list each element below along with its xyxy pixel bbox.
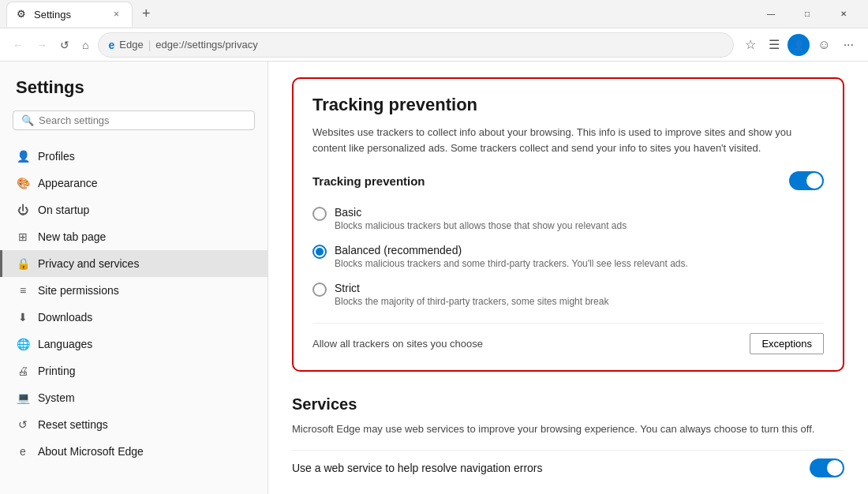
tracking-prevention-card: Tracking prevention Websites use tracker… <box>292 77 844 372</box>
search-box[interactable]: 🔍 <box>13 110 255 130</box>
back-button[interactable]: ← <box>9 36 27 54</box>
about-icon: e <box>16 444 30 458</box>
radio-basic-name: Basic <box>335 206 627 219</box>
address-bar[interactable]: e Edge | edge://settings/privacy <box>98 32 734 58</box>
sidebar-item-profiles[interactable]: 👤Profiles <box>0 143 268 170</box>
sidebar-nav: 👤Profiles🎨Appearance⏻On startup⊞New tab … <box>0 143 268 465</box>
new-tab-icon: ⊞ <box>16 230 30 244</box>
sidebar-item-label-on-startup: On startup <box>38 204 89 216</box>
sidebar-item-about[interactable]: eAbout Microsoft Edge <box>0 438 268 465</box>
sidebar-item-label-system: System <box>38 391 75 404</box>
sidebar-item-appearance[interactable]: 🎨Appearance <box>0 170 268 196</box>
browser-brand: Edge <box>119 39 143 51</box>
maximize-button[interactable]: □ <box>789 2 825 27</box>
home-button[interactable]: ⌂ <box>79 36 92 54</box>
languages-icon: 🌐 <box>16 337 30 351</box>
new-tab-button[interactable]: + <box>136 2 157 25</box>
sidebar-item-site-permissions[interactable]: ≡Site permissions <box>0 277 268 304</box>
radio-balanced-circle <box>312 245 327 259</box>
services-desc: Microsoft Edge may use web services to i… <box>292 421 844 437</box>
radio-strict-desc: Blocks the majority of third-party track… <box>335 296 608 307</box>
tracking-toggle[interactable] <box>789 171 824 190</box>
tab-favicon-icon: ⚙ <box>17 8 29 21</box>
sidebar-item-languages[interactable]: 🌐Languages <box>0 331 268 357</box>
sidebar-item-label-about: About Microsoft Edge <box>38 445 144 458</box>
main-layout: Settings 🔍 👤Profiles🎨Appearance⏻On start… <box>0 62 868 494</box>
url-display: edge://settings/privacy <box>155 39 257 51</box>
radio-basic-circle <box>312 207 327 221</box>
exceptions-button[interactable]: Exceptions <box>750 333 824 354</box>
sidebar-item-label-printing: Printing <box>38 365 75 377</box>
downloads-icon: ⬇ <box>16 310 30 324</box>
collections-button[interactable]: ☰ <box>764 34 784 55</box>
sidebar-item-printing[interactable]: 🖨Printing <box>0 357 268 384</box>
web-service-label: Use a web service to help resolve naviga… <box>292 462 543 474</box>
radio-strict-circle <box>312 283 327 297</box>
sidebar-item-label-new-tab: New tab page <box>38 230 106 243</box>
services-section: Services Microsoft Edge may use web serv… <box>292 395 844 485</box>
radio-basic-desc: Blocks malicious trackers but allows tho… <box>335 220 627 231</box>
addressbar: ← → ↺ ⌂ e Edge | edge://settings/privacy… <box>0 28 868 62</box>
radio-basic-text: Basic Blocks malicious trackers but allo… <box>335 206 627 231</box>
url-separator: | <box>148 39 152 51</box>
sidebar-item-reset[interactable]: ↺Reset settings <box>0 411 268 438</box>
exceptions-row: Allow all trackers on sites you choose E… <box>312 323 824 354</box>
appearance-icon: 🎨 <box>16 176 30 190</box>
sidebar-item-new-tab[interactable]: ⊞New tab page <box>0 223 268 250</box>
radio-strict[interactable]: Strict Blocks the majority of third-part… <box>312 282 824 307</box>
toolbar-icons: ☆ ☰ 👤 ☺ ··· <box>740 34 859 56</box>
tracking-card-title: Tracking prevention <box>312 95 824 115</box>
sidebar-item-label-appearance: Appearance <box>38 177 98 189</box>
web-service-row: Use a web service to help resolve naviga… <box>292 450 844 485</box>
sidebar-item-on-startup[interactable]: ⏻On startup <box>0 196 268 223</box>
titlebar: ⚙ Settings × + — □ ✕ <box>0 0 868 28</box>
sidebar-item-label-languages: Languages <box>38 338 92 350</box>
smiley-button[interactable]: ☺ <box>813 35 835 55</box>
privacy-icon: 🔒 <box>16 256 30 271</box>
site-permissions-icon: ≡ <box>16 283 30 298</box>
sidebar-item-label-privacy: Privacy and services <box>38 257 139 270</box>
sidebar-item-system[interactable]: 💻System <box>0 384 268 411</box>
minimize-button[interactable]: — <box>753 2 789 27</box>
sidebar-item-downloads[interactable]: ⬇Downloads <box>0 304 268 331</box>
more-button[interactable]: ··· <box>839 35 859 55</box>
sidebar-title: Settings <box>0 77 268 110</box>
radio-balanced-text: Balanced (recommended) Blocks malicious … <box>335 244 688 269</box>
services-title: Services <box>292 395 844 414</box>
radio-strict-text: Strict Blocks the majority of third-part… <box>335 282 608 307</box>
refresh-button[interactable]: ↺ <box>57 36 73 54</box>
exceptions-label: Allow all trackers on sites you choose <box>312 338 483 350</box>
favorites-button[interactable]: ☆ <box>740 34 761 55</box>
reset-icon: ↺ <box>16 417 30 432</box>
active-tab[interactable]: ⚙ Settings × <box>6 2 133 27</box>
printing-icon: 🖨 <box>16 364 30 378</box>
sidebar-item-label-site-permissions: Site permissions <box>38 284 119 297</box>
tracking-options: Basic Blocks malicious trackers but allo… <box>312 206 824 307</box>
tab-bar: ⚙ Settings × + <box>6 2 746 27</box>
on-startup-icon: ⏻ <box>16 203 30 217</box>
sidebar-item-label-reset: Reset settings <box>38 418 108 431</box>
radio-balanced-desc: Blocks malicious trackers and some third… <box>335 258 688 269</box>
sidebar-item-label-profiles: Profiles <box>38 150 75 163</box>
profile-avatar[interactable]: 👤 <box>788 34 810 56</box>
radio-balanced-name: Balanced (recommended) <box>335 244 688 256</box>
edge-logo-icon: e <box>108 39 114 51</box>
profiles-icon: 👤 <box>16 149 30 163</box>
search-input[interactable] <box>39 114 246 126</box>
forward-button[interactable]: → <box>33 36 51 54</box>
tab-title: Settings <box>34 9 71 21</box>
close-window-button[interactable]: ✕ <box>825 2 862 27</box>
main-content: Tracking prevention Websites use tracker… <box>268 62 868 494</box>
avatar-icon: 👤 <box>793 39 805 51</box>
sidebar-item-privacy[interactable]: 🔒Privacy and services <box>0 250 268 277</box>
system-icon: 💻 <box>16 391 30 405</box>
tracking-toggle-label: Tracking prevention <box>312 174 425 188</box>
sidebar: Settings 🔍 👤Profiles🎨Appearance⏻On start… <box>0 62 268 494</box>
tracking-card-desc: Websites use trackers to collect info ab… <box>312 125 824 155</box>
radio-basic[interactable]: Basic Blocks malicious trackers but allo… <box>312 206 824 231</box>
web-service-toggle[interactable] <box>810 458 844 477</box>
search-icon: 🔍 <box>21 114 34 126</box>
window-controls: — □ ✕ <box>753 2 862 27</box>
close-tab-button[interactable]: × <box>110 7 122 21</box>
radio-balanced[interactable]: Balanced (recommended) Blocks malicious … <box>312 244 824 269</box>
